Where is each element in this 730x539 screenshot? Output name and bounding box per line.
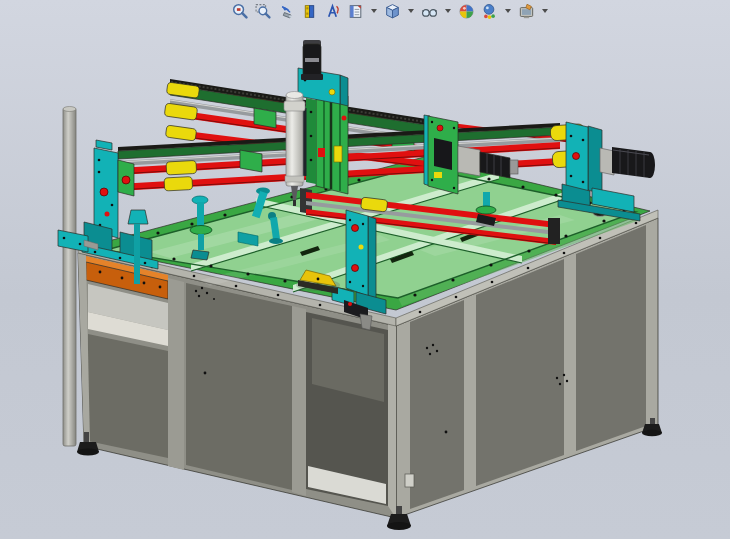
view-orientation-dropdown[interactable] [405,1,416,21]
drawing-view-icon [347,3,364,20]
apply-scene-button[interactable] [479,1,499,21]
previous-view-button[interactable] [276,1,296,21]
section-view-button[interactable] [299,1,319,21]
graphics-area[interactable] [0,0,730,539]
view-settings-button[interactable] [516,1,536,21]
apply-scene-icon [481,3,498,20]
view-toolbar [230,1,550,21]
hide-show-items-glasses-icon [421,3,438,20]
view-orientation-cube-icon [384,3,401,20]
drawing-view-dropdown[interactable] [368,1,379,21]
yellow-collar [164,177,193,191]
chevron-down-icon [445,9,451,13]
apply-scene-dropdown[interactable] [502,1,513,21]
drawing-view-button[interactable] [345,1,365,21]
view-settings-icon [518,3,535,20]
left-gantry-upright [82,140,158,269]
left-bay-lower-panel [88,334,168,458]
previous-view-icon [278,3,295,20]
annotation-views-button[interactable] [322,1,342,21]
annotation-views-icon [324,3,341,20]
right-gantry-upright [550,122,655,221]
chevron-down-icon [505,9,511,13]
hide-show-items-dropdown[interactable] [442,1,453,21]
panel-latch [405,474,414,487]
chevron-down-icon [408,9,414,13]
edit-appearance-sphere-icon [458,3,475,20]
rail-block [240,150,262,172]
z-axis-assembly [284,40,348,206]
edit-appearance-button[interactable] [456,1,476,21]
front-panel [186,283,292,490]
cnc-machine-model [0,0,730,539]
zoom-to-fit-icon [232,3,249,20]
yellow-end-cap [165,125,196,141]
yellow-collar [166,160,197,175]
chevron-down-icon [542,9,548,13]
cad-application-window: { "window": {"width": 730, "height": 539… [0,0,730,539]
motor-flange [600,148,614,175]
post-clamp [58,230,88,252]
zoom-to-fit-button[interactable] [230,1,250,21]
hide-show-items-button[interactable] [419,1,439,21]
view-orientation-button[interactable] [382,1,402,21]
zoom-to-area-button[interactable] [253,1,273,21]
cone-clamp [128,210,148,224]
section-view-icon [301,3,318,20]
carriage-plate [346,210,368,296]
zoom-to-area-icon [255,3,272,20]
chevron-down-icon [371,9,377,13]
coupler-block [458,146,480,176]
view-settings-dropdown[interactable] [539,1,550,21]
